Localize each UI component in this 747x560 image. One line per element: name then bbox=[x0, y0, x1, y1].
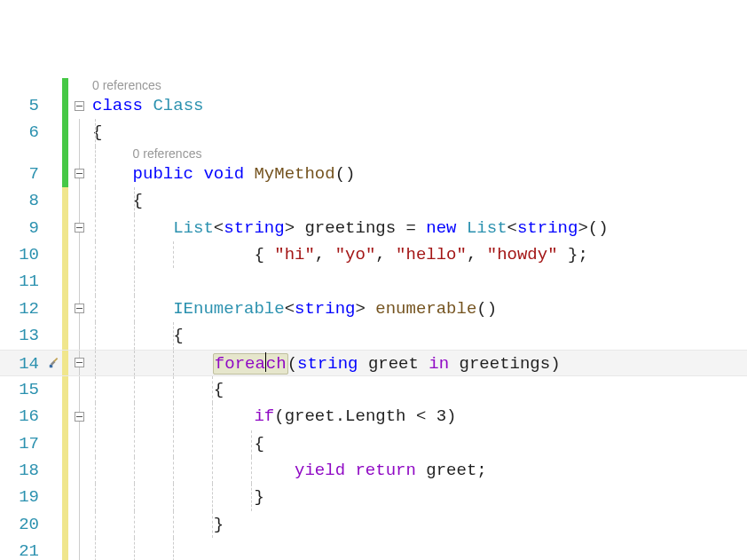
fold-column bbox=[68, 538, 90, 560]
line-number: 12 bbox=[0, 296, 46, 322]
method-name: enumerable bbox=[375, 299, 476, 319]
fold-column[interactable] bbox=[68, 215, 90, 241]
code-line[interactable]: 16 if(greet.Length < 3) bbox=[0, 403, 747, 430]
code-line[interactable]: 7 public void MyMethod() bbox=[0, 161, 747, 187]
code-content[interactable]: } bbox=[90, 484, 747, 510]
codelens-row: 0 references bbox=[0, 146, 747, 161]
line-number: 6 bbox=[0, 119, 46, 146]
code-line[interactable]: 11 bbox=[0, 268, 747, 295]
fold-column[interactable] bbox=[68, 403, 90, 430]
fold-column bbox=[68, 322, 90, 349]
fold-minus-icon[interactable] bbox=[75, 169, 84, 178]
code-editor[interactable]: 0 references 5 class Class 6 { 0 referen… bbox=[0, 78, 747, 560]
string-literal: "hello" bbox=[396, 245, 467, 264]
fold-column bbox=[68, 146, 90, 161]
code-content: 0 references bbox=[90, 78, 747, 92]
gutter-icon-slot bbox=[46, 78, 62, 92]
code-content[interactable]: { bbox=[90, 119, 747, 146]
gutter-icon-slot bbox=[46, 146, 62, 161]
line-number: 11 bbox=[0, 268, 46, 295]
fold-column bbox=[68, 268, 90, 295]
string-literal: "howdy" bbox=[487, 245, 558, 264]
quick-actions-icon[interactable] bbox=[48, 357, 60, 369]
property: Length bbox=[345, 406, 405, 426]
code-line[interactable]: 10 { "hi", "yo", "hello", "howdy" }; bbox=[0, 241, 747, 268]
keyword-foreach: foreach bbox=[213, 353, 288, 375]
fold-column[interactable] bbox=[68, 351, 90, 375]
code-line[interactable]: 20 } bbox=[0, 511, 747, 538]
code-line[interactable]: 17 { bbox=[0, 430, 747, 457]
code-line[interactable]: 15 { bbox=[0, 376, 747, 403]
line-number: 19 bbox=[0, 484, 46, 510]
fold-minus-icon[interactable] bbox=[75, 304, 84, 313]
code-line[interactable]: 6 { bbox=[0, 119, 747, 146]
diff-bar bbox=[62, 78, 68, 92]
line-number: 21 bbox=[0, 538, 46, 560]
line-number: 13 bbox=[0, 322, 46, 349]
code-line[interactable]: 9 List<string> greetings = new List<stri… bbox=[0, 215, 747, 241]
code-content[interactable]: if(greet.Length < 3) bbox=[90, 403, 747, 430]
keyword-if: if bbox=[254, 406, 274, 426]
code-content[interactable]: class Class bbox=[90, 92, 747, 119]
gutter-icon-slot bbox=[46, 187, 62, 214]
line-number: 20 bbox=[0, 511, 46, 538]
codelens-references[interactable]: 0 references bbox=[92, 78, 161, 92]
line-number: 16 bbox=[0, 403, 46, 430]
method-name: MyMethod bbox=[254, 164, 334, 184]
keyword-yield: yield bbox=[295, 461, 345, 480]
code-line[interactable]: 12 IEnumerable<string> enumerable() bbox=[0, 296, 747, 322]
code-line[interactable]: 18 yield return greet; bbox=[0, 457, 747, 484]
code-line[interactable]: 13 { bbox=[0, 322, 747, 349]
line-number: 18 bbox=[0, 457, 46, 484]
diff-bar bbox=[62, 376, 68, 403]
fold-minus-icon[interactable] bbox=[75, 223, 84, 233]
codelens-row: 0 references bbox=[0, 78, 747, 92]
code-content[interactable]: { bbox=[90, 430, 747, 457]
code-content[interactable]: List<string> greetings = new List<string… bbox=[90, 215, 747, 241]
line-number: 5 bbox=[0, 92, 46, 119]
code-content[interactable]: { "hi", "yo", "hello", "howdy" }; bbox=[90, 241, 747, 268]
fold-column bbox=[68, 119, 90, 146]
code-content[interactable]: foreach(string greet in greetings) bbox=[90, 351, 747, 375]
gutter-icon-slot bbox=[46, 430, 62, 457]
fold-column[interactable] bbox=[68, 161, 90, 187]
gutter-icon-slot bbox=[46, 215, 62, 241]
code-line[interactable]: 5 class Class bbox=[0, 92, 747, 119]
fold-column[interactable] bbox=[68, 296, 90, 322]
line-number bbox=[0, 146, 46, 161]
code-content[interactable]: yield return greet; bbox=[90, 457, 747, 484]
line-number: 14 bbox=[0, 351, 46, 375]
code-line-current[interactable]: 14 foreach(string greet in greetings) bbox=[0, 350, 747, 376]
fold-column[interactable] bbox=[68, 92, 90, 119]
code-content: 0 references bbox=[90, 146, 747, 161]
code-content[interactable]: public void MyMethod() bbox=[90, 161, 747, 187]
brace: { bbox=[254, 434, 263, 454]
fold-column bbox=[68, 187, 90, 214]
code-content[interactable]: { bbox=[90, 376, 747, 403]
diff-bar bbox=[62, 187, 68, 214]
code-content[interactable]: { bbox=[90, 187, 747, 214]
diff-bar bbox=[62, 430, 68, 457]
identifier: greetings bbox=[460, 354, 551, 374]
code-content[interactable]: IEnumerable<string> enumerable() bbox=[90, 296, 747, 322]
code-content[interactable]: } bbox=[90, 511, 747, 538]
gutter-icon-slot bbox=[46, 92, 62, 119]
code-content[interactable] bbox=[90, 538, 747, 560]
diff-bar bbox=[62, 119, 68, 146]
gutter-icon-slot[interactable] bbox=[46, 351, 62, 375]
code-line[interactable]: 19 } bbox=[0, 484, 747, 510]
fold-minus-icon[interactable] bbox=[75, 412, 84, 422]
fold-minus-icon[interactable] bbox=[75, 358, 84, 367]
keyword-new: new bbox=[426, 218, 456, 238]
codelens-references[interactable]: 0 references bbox=[133, 146, 202, 161]
code-line[interactable]: 21 bbox=[0, 538, 747, 560]
fold-minus-icon[interactable] bbox=[75, 101, 84, 111]
diff-bar bbox=[62, 215, 68, 241]
brace: } bbox=[214, 515, 224, 534]
code-content[interactable]: { bbox=[90, 322, 747, 349]
code-content[interactable] bbox=[90, 268, 747, 295]
diff-bar bbox=[62, 351, 68, 375]
code-line[interactable]: 8 { bbox=[0, 187, 747, 214]
gutter-icon-slot bbox=[46, 268, 62, 295]
diff-bar bbox=[62, 403, 68, 430]
